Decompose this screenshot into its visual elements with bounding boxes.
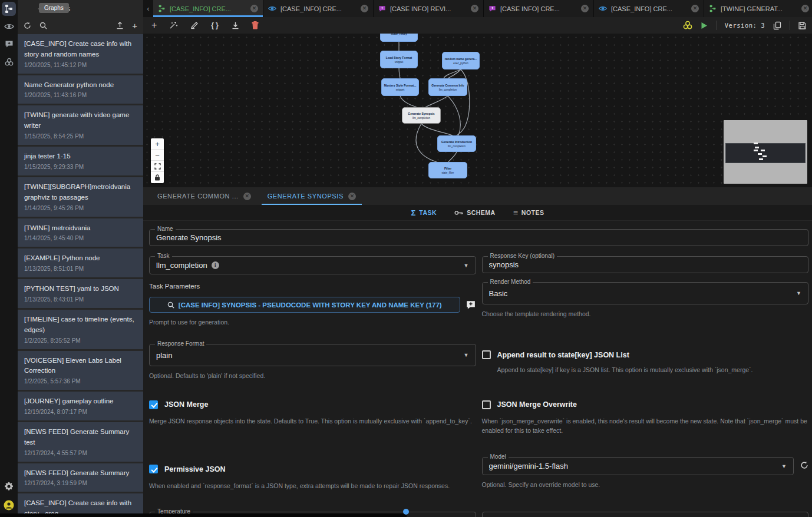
settings-button[interactable] (2, 479, 16, 493)
list-item[interactable]: [JOURNEY] gameplay outline 12/19/2024, 8… (18, 392, 143, 420)
sidebar-item-hooks[interactable] (2, 55, 16, 69)
list-item[interactable]: [TWINE][SUBGRAPH]metroidvania graphviz t… (18, 177, 143, 217)
minimap[interactable] (724, 120, 807, 184)
response-key-field[interactable]: Response Key (optional) synopsis (482, 256, 809, 273)
graph-date: 1/2/2025, 8:35:52 PM (24, 337, 137, 344)
field-label: Task (155, 253, 172, 259)
graph-date: 1/13/2025, 8:51:01 PM (24, 266, 137, 272)
graph-node[interactable]: Mystery Style Format... snippet (381, 78, 419, 96)
field-label: Model (488, 453, 509, 460)
refresh-icon[interactable] (24, 22, 31, 29)
edit-icon[interactable] (190, 21, 199, 29)
refresh-models-icon[interactable] (800, 461, 808, 472)
graph-node[interactable]: Generate Common Info llm_completion (428, 78, 467, 96)
graph-date: 1/14/2025, 9:45:26 PM (24, 205, 137, 211)
list-item[interactable]: Name Generator python node 1/20/2025, 11… (18, 75, 143, 104)
permissive-json-label: Permissive JSON (164, 465, 226, 473)
list-item[interactable]: [CASE_INFO] Create case info with story … (18, 34, 143, 74)
sidebar-item-prompts[interactable] (2, 37, 16, 51)
json-merge-overwrite-checkbox[interactable] (482, 400, 491, 409)
braces-icon[interactable]: { } (211, 21, 219, 29)
list-item[interactable]: jinja tester 1-15 1/15/2025, 9:29:33 PM (18, 147, 143, 175)
tab-type-icon (158, 5, 166, 12)
scrollbar-thumb[interactable] (403, 509, 409, 515)
json-merge-checkbox[interactable] (149, 400, 158, 409)
zoom-out-button[interactable]: − (151, 150, 164, 161)
minimap-node (758, 153, 762, 155)
document-tab[interactable]: [CASE_INFO] CRE... ✕ (153, 0, 263, 17)
list-item[interactable]: [TWINE] metroidvania 1/14/2025, 9:45:40 … (18, 218, 143, 247)
chevron-left-icon[interactable]: ‹ (143, 0, 153, 17)
fit-view-button[interactable] (151, 161, 164, 172)
comment-add-icon[interactable] (466, 300, 476, 310)
search-icon[interactable] (39, 22, 47, 29)
copy-icon[interactable] (773, 21, 781, 30)
graph-node[interactable]: random name genera... exec_python (442, 52, 480, 69)
graph-node[interactable]: Filter state_filter (428, 162, 467, 178)
close-icon[interactable]: ✕ (801, 5, 809, 12)
seed-field[interactable]: Seed (482, 512, 809, 517)
close-icon[interactable]: ✕ (361, 5, 368, 12)
graph-canvas[interactable]: state_rekey Load Story Format snippet ra… (143, 34, 812, 187)
list-item[interactable]: [TIMELINE] case to timeline (events, edg… (18, 310, 143, 349)
task-select[interactable]: Task llm_completion i ▼ (149, 256, 476, 274)
append-checkbox-row: Append result to state[key] JSON List (482, 350, 809, 359)
minimap-node (761, 150, 765, 151)
document-tab[interactable]: [TWINE] GENERAT... ✕ (704, 0, 812, 17)
close-icon[interactable]: ✕ (250, 5, 258, 12)
save-icon[interactable] (798, 22, 806, 29)
magic-wand-icon[interactable] (169, 21, 178, 29)
list-item[interactable]: [TWINE] generate with video game writer … (18, 105, 143, 145)
list-item[interactable]: [VOICEGEN] Eleven Labs Label Correction … (18, 351, 143, 390)
add-graph-icon[interactable]: + (132, 21, 137, 31)
horizontal-scrollbar[interactable] (0, 513, 407, 517)
close-icon[interactable]: ✕ (243, 193, 251, 200)
download-icon[interactable] (232, 21, 239, 29)
graph-title: [PYTHON TEST] yaml to JSON (24, 284, 137, 294)
graph-node[interactable]: state_rekey (380, 34, 418, 42)
document-tab[interactable]: [CASE_INFO] CRE... ✕ (263, 0, 374, 17)
append-checkbox[interactable] (482, 350, 491, 359)
graph-node[interactable]: Generate Introduction llm_completion (437, 135, 476, 152)
json-merge-label: JSON Merge (164, 400, 208, 409)
list-item[interactable]: [NEWS FEED] Generate Summary test 12/17/… (18, 422, 143, 462)
sidebar-item-viewer[interactable] (2, 19, 16, 34)
lock-icon[interactable] (151, 172, 164, 183)
close-icon[interactable]: ✕ (691, 5, 699, 12)
prompt-select-button[interactable]: [CASE INFO] SYNOPSIS - PSEUDOCODE WITH S… (149, 297, 460, 313)
tab-notes[interactable]: ≡ NOTES (513, 208, 544, 217)
add-node-icon[interactable]: + (151, 20, 157, 31)
run-icon[interactable] (701, 22, 708, 29)
document-tab[interactable]: [CASE INFO] CRE... ✕ (484, 0, 594, 17)
document-tab[interactable]: [CASE_INFO] CRE... ✕ (594, 0, 704, 17)
close-icon[interactable]: ✕ (581, 5, 589, 12)
close-icon[interactable]: ✕ (471, 5, 478, 12)
sidebar-item-graphs[interactable] (2, 2, 16, 16)
node-tab[interactable]: GENERATE COMMON ... ✕ (149, 187, 259, 205)
delete-icon[interactable] (252, 21, 259, 29)
tab-type-icon (599, 5, 607, 12)
response-format-select[interactable]: Response Format plain ▼ (149, 344, 476, 366)
tab-schema[interactable]: SCHEMA (454, 207, 496, 218)
close-icon[interactable]: ✕ (348, 193, 356, 200)
key-icon (454, 207, 463, 218)
graph-node[interactable]: Generate Synopsis llm_completion (402, 107, 441, 124)
graph-node[interactable]: Load Story Format snippet (380, 51, 418, 68)
list-item[interactable]: [NEWS FEED] Generate Summary 12/17/2024,… (18, 463, 143, 492)
app-window: Graphs Graphs + [CASE_INFO] Create case … (0, 0, 812, 517)
tab-task[interactable]: Σ TASK (411, 208, 437, 217)
upload-icon[interactable] (116, 21, 124, 29)
render-method-select[interactable]: Render Method Basic ▼ (482, 282, 809, 304)
info-icon[interactable]: i (212, 261, 219, 269)
permissive-json-checkbox[interactable] (149, 465, 158, 473)
minimap-node (759, 158, 763, 160)
account-button[interactable] (2, 498, 16, 512)
list-item[interactable]: [EXAMPLE] Python node 1/13/2025, 8:51:01… (18, 248, 143, 277)
hooks-icon[interactable] (683, 21, 692, 30)
list-item[interactable]: [PYTHON TEST] yaml to JSON 1/13/2025, 8:… (18, 279, 143, 308)
name-field[interactable]: Name Generate Synopsis (149, 229, 808, 246)
document-tab[interactable]: [CASE INFO] REVI... ✕ (374, 0, 484, 17)
node-tab[interactable]: GENERATE SYNOPSIS ✕ (259, 187, 364, 205)
model-select[interactable]: Model gemini/gemini-1.5-flash ▼ (482, 457, 794, 475)
zoom-in-button[interactable]: + (151, 138, 164, 150)
